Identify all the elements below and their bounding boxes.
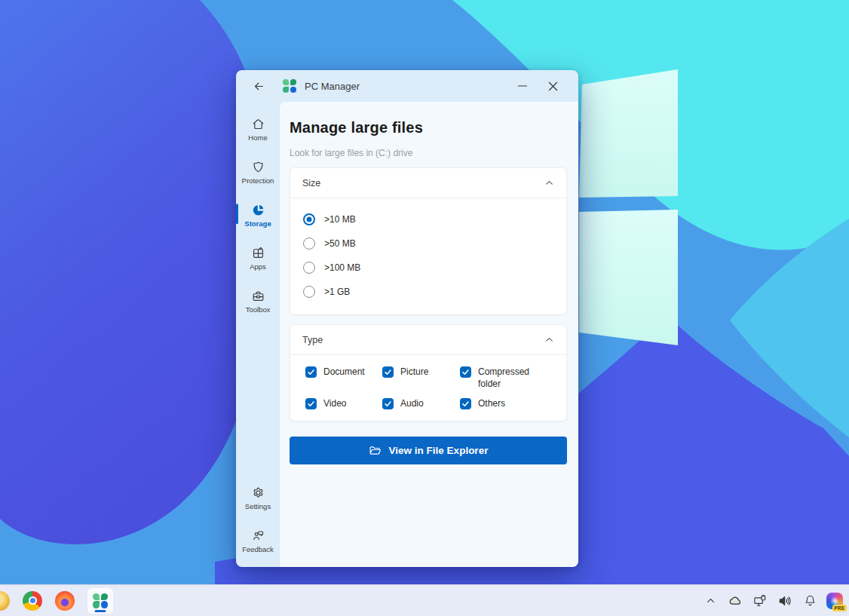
type-section-header[interactable]: Type [290, 325, 566, 354]
size-options: >10 MB >50 MB >100 MB >1 GB [290, 198, 566, 314]
notifications-bell-icon[interactable] [801, 593, 818, 609]
firefox-icon[interactable] [55, 591, 75, 611]
settings-gear-icon [251, 486, 265, 500]
sidebar-item-label: Home [248, 133, 267, 142]
radio-option-50mb[interactable]: >50 MB [303, 231, 554, 256]
pc-manager-logo-icon [283, 79, 296, 93]
size-card: Size >10 MB >50 MB [290, 167, 567, 315]
type-header-label: Type [302, 335, 323, 345]
checkbox-label: Compressed folder [478, 366, 547, 390]
sidebar-item-toolbox[interactable]: Toolbox [236, 280, 280, 323]
active-indicator [236, 204, 238, 224]
taskbar-app-partial-icon[interactable] [0, 591, 10, 611]
page-subtitle: Look for large files in (C:) drive [290, 148, 567, 158]
minimize-button[interactable] [507, 75, 538, 97]
copilot-pre-badge: PRE [832, 605, 847, 611]
sidebar-item-storage[interactable]: Storage [236, 194, 280, 237]
check-icon [461, 368, 470, 376]
radio-button[interactable] [303, 262, 315, 274]
chrome-inner-circle [29, 596, 37, 605]
radio-label: >10 MB [324, 214, 356, 225]
copilot-icon[interactable]: PRE [826, 593, 843, 609]
checkbox-option-compressed-folder[interactable]: Compressed folder [460, 366, 556, 390]
running-app-indicator [95, 610, 106, 612]
radio-button[interactable] [303, 213, 315, 225]
taskbar-pc-manager-icon[interactable] [87, 588, 113, 614]
sidebar-item-home[interactable]: Home [236, 108, 280, 151]
pc-manager-window: PC Manager Home Protection [236, 70, 578, 567]
sidebar-item-label: Storage [244, 219, 271, 228]
main-content: Manage large files Look for large files … [280, 102, 578, 567]
radio-button[interactable] [303, 286, 315, 298]
check-icon [384, 368, 392, 376]
radio-option-10mb[interactable]: >10 MB [303, 207, 554, 231]
checkbox-label: Others [478, 397, 505, 409]
checkbox-option-picture[interactable]: Picture [382, 366, 460, 390]
sidebar-bottom: Settings Feedback [236, 477, 280, 567]
close-button[interactable] [538, 75, 568, 97]
sidebar-item-protection[interactable]: Protection [236, 151, 280, 194]
checkbox-option-others[interactable]: Others [460, 397, 556, 409]
checkbox-label: Picture [400, 366, 428, 378]
toolbox-icon [251, 289, 265, 303]
checkbox[interactable] [305, 366, 317, 378]
minimize-icon [518, 81, 527, 90]
volume-icon[interactable] [777, 593, 793, 609]
chrome-icon[interactable] [23, 591, 42, 611]
radio-label: >1 GB [324, 287, 350, 297]
sidebar-item-label: Apps [250, 262, 266, 271]
type-card: Type Document Picture [290, 324, 567, 421]
view-in-file-explorer-button[interactable]: View in File Explorer [290, 437, 567, 464]
check-icon [307, 368, 315, 376]
checkbox[interactable] [460, 398, 471, 409]
desktop: PC Manager Home Protection [0, 0, 849, 616]
window-title: PC Manager [305, 81, 360, 92]
checkbox[interactable] [460, 366, 471, 378]
sidebar-item-feedback[interactable]: Feedback [236, 519, 280, 562]
radio-button[interactable] [303, 238, 315, 250]
checkbox-option-audio[interactable]: Audio [382, 397, 460, 409]
radio-label: >50 MB [324, 238, 356, 249]
tray-chevron-up-icon[interactable] [702, 593, 719, 609]
checkbox-label: Audio [400, 397, 424, 409]
sidebar-item-apps[interactable]: Apps [236, 237, 280, 280]
checkbox-label: Document [323, 366, 365, 378]
checkbox[interactable] [305, 398, 317, 409]
apps-icon [251, 246, 265, 260]
check-icon [461, 400, 470, 408]
type-options: Document Picture Compressed folder [290, 355, 566, 421]
checkbox-label: Video [323, 397, 346, 409]
back-button[interactable] [250, 77, 268, 95]
folder-icon [369, 444, 382, 457]
checkbox[interactable] [382, 366, 394, 378]
onedrive-cloud-icon[interactable] [727, 593, 743, 609]
checkbox-option-video[interactable]: Video [305, 397, 382, 409]
chevron-up-icon [544, 178, 554, 188]
sidebar: Home Protection Storage [236, 102, 280, 567]
pc-manager-logo-icon [93, 593, 108, 608]
radio-label: >100 MB [324, 262, 360, 273]
home-icon [251, 117, 265, 131]
back-arrow-icon [253, 80, 265, 93]
checkbox-option-document[interactable]: Document [305, 366, 382, 390]
sidebar-item-label: Settings [245, 502, 271, 510]
network-icon[interactable] [752, 593, 768, 609]
radio-option-1gb[interactable]: >1 GB [303, 280, 554, 304]
chevron-up-icon [544, 335, 554, 345]
storage-pie-icon [251, 203, 265, 217]
taskbar: PRE [0, 584, 849, 616]
sidebar-item-label: Protection [242, 176, 274, 185]
checkbox[interactable] [382, 398, 394, 409]
sidebar-item-settings[interactable]: Settings [236, 477, 280, 519]
sidebar-item-label: Feedback [242, 545, 274, 553]
button-label: View in File Explorer [389, 445, 489, 456]
check-icon [307, 400, 315, 408]
size-section-header[interactable]: Size [290, 168, 566, 198]
radio-option-100mb[interactable]: >100 MB [303, 256, 554, 280]
system-tray: PRE [702, 585, 843, 616]
check-icon [384, 400, 392, 408]
taskbar-apps [0, 585, 113, 616]
size-header-label: Size [302, 178, 320, 188]
shield-icon [251, 160, 265, 174]
feedback-icon [251, 529, 265, 543]
